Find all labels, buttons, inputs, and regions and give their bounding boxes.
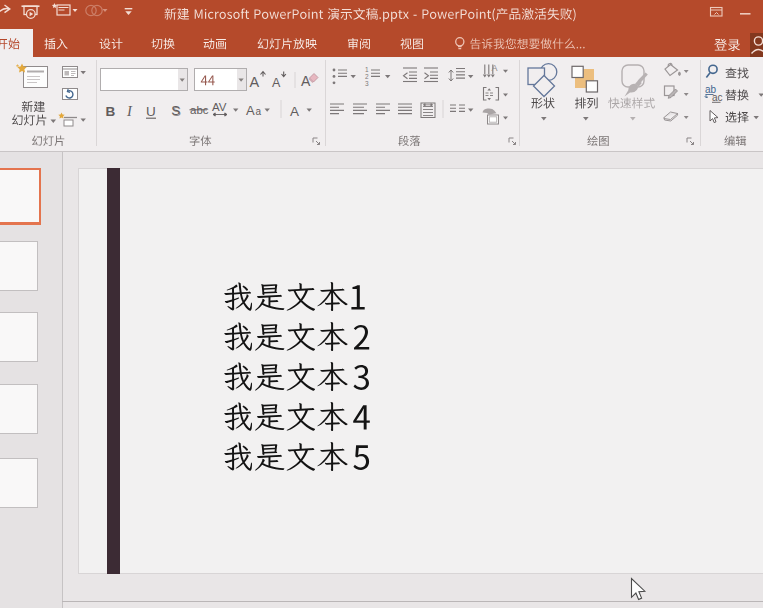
svg-text:A: A xyxy=(492,63,498,73)
svg-text:a: a xyxy=(256,106,262,117)
svg-text:A: A xyxy=(272,76,281,90)
svg-text:B: B xyxy=(106,104,116,119)
svg-text:A: A xyxy=(246,103,255,118)
svg-text:AV: AV xyxy=(212,101,227,113)
svg-text:A: A xyxy=(301,73,311,89)
svg-text:U: U xyxy=(146,104,156,119)
svg-text:I: I xyxy=(126,103,133,119)
svg-text:A: A xyxy=(250,74,260,90)
svg-text:ac: ac xyxy=(712,92,723,103)
svg-text:A: A xyxy=(290,104,299,119)
svg-text:3: 3 xyxy=(365,80,369,87)
svg-text:S: S xyxy=(171,103,180,118)
